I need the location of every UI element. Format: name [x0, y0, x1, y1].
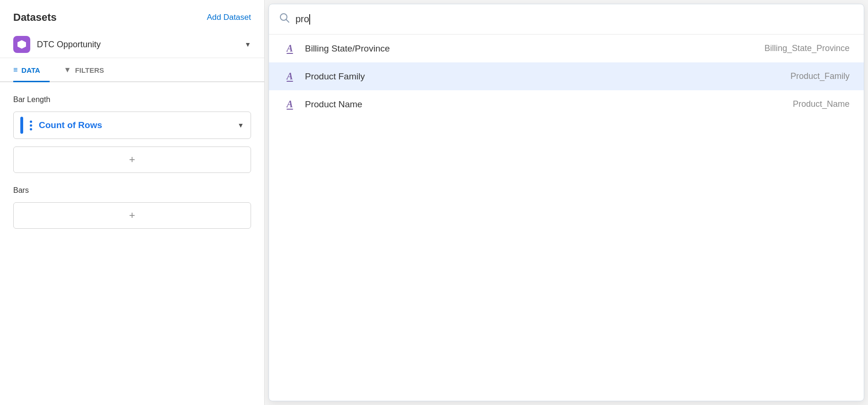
svg-line-1	[286, 20, 289, 23]
bars-add-button[interactable]: +	[13, 202, 251, 229]
bars-add-icon: +	[129, 209, 135, 222]
field-display-product-name: Product Name	[305, 99, 737, 110]
field-search-dropdown: pro A Billing State/Province Billing_Sta…	[269, 4, 864, 401]
field-api-product-name: Product_Name	[746, 99, 850, 109]
data-tab-icon: ≡	[13, 66, 17, 74]
field-type-icon-billing-state: A	[283, 43, 296, 54]
drag-handle-icon[interactable]	[30, 121, 32, 130]
field-item-product-family[interactable]: A Product Family Product_Family	[269, 62, 864, 90]
search-value: pro	[295, 14, 309, 24]
field-dropdown-list: A Billing State/Province Billing_State_P…	[269, 34, 864, 401]
count-of-rows-label: Count of Rows	[39, 120, 237, 130]
add-dataset-button[interactable]: Add Dataset	[207, 13, 251, 22]
search-cursor	[309, 14, 310, 25]
search-input[interactable]: pro	[295, 14, 853, 25]
field-display-billing-state: Billing State/Province	[305, 43, 737, 54]
left-panel: Datasets Add Dataset DTC Opportunity ▼ ≡…	[0, 0, 265, 405]
panel-content: Bar Length Count of Rows ▼ + Bars +	[0, 82, 264, 405]
pill-chevron-icon[interactable]: ▼	[237, 121, 244, 129]
search-bar: pro	[269, 4, 864, 34]
bar-length-label: Bar Length	[13, 95, 251, 104]
field-item-billing-state[interactable]: A Billing State/Province Billing_State_P…	[269, 34, 864, 62]
tab-data[interactable]: ≡ DATA	[13, 58, 50, 82]
field-item-product-name[interactable]: A Product Name Product_Name	[269, 90, 864, 118]
bar-length-add-button[interactable]: +	[13, 146, 251, 173]
tabs-row: ≡ DATA ▼ FILTERS	[0, 58, 264, 82]
dataset-name: DTC Opportunity	[37, 40, 244, 50]
filters-tab-icon: ▼	[64, 66, 71, 74]
datasets-title: Datasets	[13, 11, 57, 24]
tab-filters[interactable]: ▼ FILTERS	[64, 58, 113, 82]
tab-data-label: DATA	[21, 66, 40, 74]
tab-filters-label: FILTERS	[75, 66, 104, 74]
pill-left-bar	[20, 117, 23, 134]
field-api-billing-state: Billing_State_Province	[746, 43, 850, 53]
dataset-chevron-icon[interactable]: ▼	[244, 41, 251, 48]
field-display-product-family: Product Family	[305, 71, 737, 82]
datasets-header: Datasets Add Dataset	[0, 0, 264, 31]
field-type-icon-product-name: A	[283, 99, 296, 110]
field-api-product-family: Product_Family	[746, 71, 850, 81]
bars-label: Bars	[13, 186, 251, 195]
field-type-icon-product-family: A	[283, 71, 296, 82]
dataset-icon-shape	[17, 40, 26, 49]
add-icon: +	[129, 154, 135, 166]
search-icon	[279, 13, 290, 26]
dataset-icon	[13, 36, 30, 53]
dataset-row[interactable]: DTC Opportunity ▼	[0, 31, 264, 58]
count-of-rows-pill[interactable]: Count of Rows ▼	[13, 112, 251, 139]
